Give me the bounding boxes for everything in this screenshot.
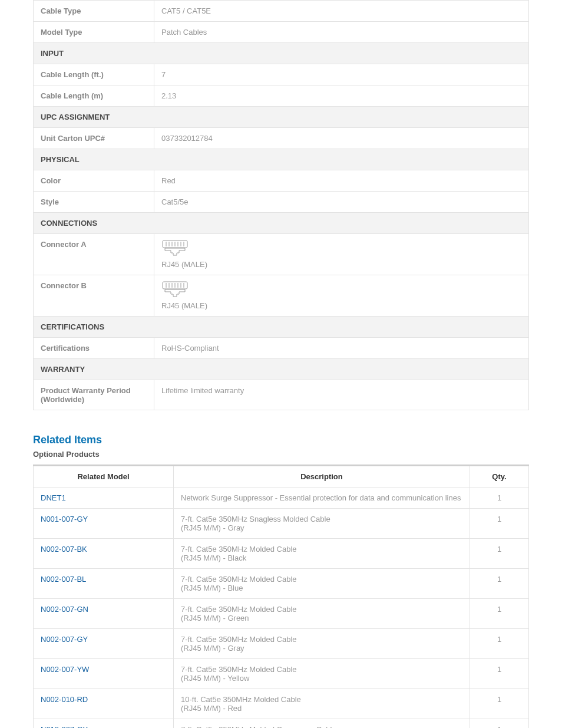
model-cell: N002-007-YW (34, 659, 174, 689)
spec-row: Product Warranty Period (Worldwide) Life… (34, 380, 529, 410)
model-link[interactable]: N002-007-BL (41, 575, 86, 584)
optional-products-heading: Optional Products (33, 450, 529, 459)
table-row: N002-010-RD10-ft. Cat5e 350MHz Molded Ca… (34, 689, 529, 719)
section-header-label: CONNECTIONS (34, 213, 529, 234)
model-cell: DNET1 (34, 487, 174, 509)
model-link[interactable]: N001-007-GY (41, 515, 88, 523)
model-link[interactable]: N002-007-YW (41, 665, 89, 674)
model-link[interactable]: N002-007-GN (41, 605, 88, 614)
table-row: N001-007-GY7-ft. Cat5e 350MHz Snagless M… (34, 509, 529, 539)
connector-value: RJ45 (MALE) (161, 301, 207, 310)
related-items-heading: Related Items (33, 434, 529, 446)
section-header-label: WARRANTY (34, 359, 529, 380)
model-cell: N010-007-GY (34, 719, 174, 729)
spec-row: Color Red (34, 170, 529, 192)
spec-value: 7 (154, 64, 529, 85)
section-header-label: INPUT (34, 43, 529, 64)
model-cell: N002-007-BL (34, 569, 174, 599)
col-header-description: Description (174, 466, 470, 487)
spec-row: Cable Length (ft.) 7 (34, 64, 529, 85)
spec-label: Product Warranty Period (Worldwide) (34, 380, 154, 410)
rj45-icon (161, 240, 189, 258)
spec-row: Certifications RoHS-Compliant (34, 338, 529, 359)
section-header-label: PHYSICAL (34, 149, 529, 170)
section-header-label: CERTIFICATIONS (34, 317, 529, 338)
table-row: N002-007-GN7-ft. Cat5e 350MHz Molded Cab… (34, 599, 529, 629)
table-row: N010-007-GY7-ft. Cat5e 350MHz Molded Cro… (34, 719, 529, 729)
qty-cell: 1 (470, 509, 529, 539)
model-link[interactable]: N010-007-GY (41, 725, 88, 728)
description-cell: 7-ft. Cat5e 350MHz Molded Cross-over Cab… (174, 719, 470, 729)
spec-value: Red (154, 170, 529, 192)
spec-value: Patch Cables (154, 22, 529, 43)
description-cell: 7-ft. Cat5e 350MHz Molded Cable (RJ45 M/… (174, 569, 470, 599)
description-cell: 7-ft. Cat5e 350MHz Molded Cable (RJ45 M/… (174, 599, 470, 629)
spec-value: Lifetime limited warranty (154, 380, 529, 410)
qty-cell: 1 (470, 629, 529, 659)
spec-label: Color (34, 170, 154, 192)
spec-label: Style (34, 192, 154, 213)
qty-cell: 1 (470, 689, 529, 719)
spec-label: Cable Length (m) (34, 85, 154, 107)
spec-row: Connector A RJ45 (MALE) (34, 234, 529, 275)
model-cell: N002-007-GN (34, 599, 174, 629)
model-cell: N002-007-BK (34, 539, 174, 569)
related-header-row: Related Model Description Qty. (34, 466, 529, 487)
spec-row: Cable Type CAT5 / CAT5E (34, 1, 529, 22)
description-cell: Network Surge Suppressor - Essential pro… (174, 487, 470, 509)
description-cell: 7-ft. Cat5e 350MHz Molded Cable (RJ45 M/… (174, 539, 470, 569)
description-cell: 10-ft. Cat5e 350MHz Molded Cable (RJ45 M… (174, 689, 470, 719)
spec-label: Cable Length (ft.) (34, 64, 154, 85)
model-link[interactable]: N002-007-BK (41, 545, 87, 554)
section-header-label: UPC ASSIGNMENT (34, 107, 529, 128)
model-cell: N002-010-RD (34, 689, 174, 719)
table-row: DNET1Network Surge Suppressor - Essentia… (34, 487, 529, 509)
qty-cell: 1 (470, 659, 529, 689)
spec-value: Cat5/5e (154, 192, 529, 213)
spec-label: Unit Carton UPC# (34, 128, 154, 149)
related-items-table: Related Model Description Qty. DNET1Netw… (33, 465, 529, 728)
table-row: N002-007-BL7-ft. Cat5e 350MHz Molded Cab… (34, 569, 529, 599)
col-header-model: Related Model (34, 466, 174, 487)
qty-cell: 1 (470, 539, 529, 569)
spec-row: Connector B RJ45 (MALE) (34, 275, 529, 317)
spec-value: 2.13 (154, 85, 529, 107)
spec-label: Cable Type (34, 1, 154, 22)
spec-row: Model Type Patch Cables (34, 22, 529, 43)
model-link[interactable]: DNET1 (41, 493, 66, 502)
section-header-input: INPUT (34, 43, 529, 64)
specs-table: Cable Type CAT5 / CAT5E Model Type Patch… (33, 0, 529, 410)
spec-row: Style Cat5/5e (34, 192, 529, 213)
table-row: N002-007-GY7-ft. Cat5e 350MHz Molded Cab… (34, 629, 529, 659)
spec-value: 037332012784 (154, 128, 529, 149)
connector-value: RJ45 (MALE) (161, 260, 207, 269)
section-header-certifications: CERTIFICATIONS (34, 317, 529, 338)
spec-label: Certifications (34, 338, 154, 359)
col-header-qty: Qty. (470, 466, 529, 487)
qty-cell: 1 (470, 719, 529, 729)
model-cell: N001-007-GY (34, 509, 174, 539)
section-header-connections: CONNECTIONS (34, 213, 529, 234)
spec-value: CAT5 / CAT5E (154, 1, 529, 22)
qty-cell: 1 (470, 599, 529, 629)
description-cell: 7-ft. Cat5e 350MHz Snagless Molded Cable… (174, 509, 470, 539)
section-header-physical: PHYSICAL (34, 149, 529, 170)
spec-row: Unit Carton UPC# 037332012784 (34, 128, 529, 149)
description-cell: 7-ft. Cat5e 350MHz Molded Cable (RJ45 M/… (174, 629, 470, 659)
qty-cell: 1 (470, 569, 529, 599)
table-row: N002-007-YW7-ft. Cat5e 350MHz Molded Cab… (34, 659, 529, 689)
connector-cell: RJ45 (MALE) (154, 234, 529, 275)
section-header-warranty: WARRANTY (34, 359, 529, 380)
section-header-upc: UPC ASSIGNMENT (34, 107, 529, 128)
connector-cell: RJ45 (MALE) (154, 275, 529, 317)
spec-label: Model Type (34, 22, 154, 43)
model-link[interactable]: N002-007-GY (41, 635, 88, 644)
model-link[interactable]: N002-010-RD (41, 695, 88, 704)
description-cell: 7-ft. Cat5e 350MHz Molded Cable (RJ45 M/… (174, 659, 470, 689)
spec-value: RoHS-Compliant (154, 338, 529, 359)
rj45-icon (161, 281, 189, 299)
qty-cell: 1 (470, 487, 529, 509)
model-cell: N002-007-GY (34, 629, 174, 659)
table-row: N002-007-BK7-ft. Cat5e 350MHz Molded Cab… (34, 539, 529, 569)
spec-row: Cable Length (m) 2.13 (34, 85, 529, 107)
